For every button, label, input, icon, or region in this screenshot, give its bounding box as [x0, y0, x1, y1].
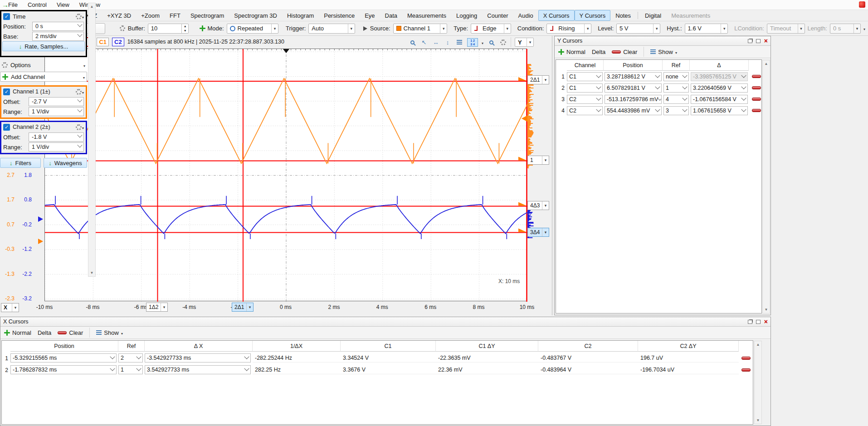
- cursor-position-select[interactable]: -513.167259786 mV: [605, 95, 662, 104]
- cursor-ref-select[interactable]: 4: [663, 95, 689, 104]
- tab-spectrogram[interactable]: Spectrogram: [185, 10, 229, 21]
- channel2-range-select[interactable]: 1 V/div: [29, 142, 84, 152]
- rate-samples-button[interactable]: Rate, Samples...: [2, 41, 85, 51]
- tab-persistence[interactable]: Persistence: [319, 10, 360, 21]
- length-select[interactable]: 0 s: [830, 24, 861, 34]
- clear-cursors-button[interactable]: Clear: [58, 329, 83, 336]
- remove-cursor-button[interactable]: [741, 368, 751, 372]
- tab-digital[interactable]: Digital: [640, 10, 666, 21]
- tab-eye[interactable]: Eye: [360, 10, 380, 21]
- c1-ground-marker-icon[interactable]: [38, 239, 43, 244]
- x-cursors-panel-header[interactable]: X Cursors ×: [0, 317, 770, 327]
- cursor-channel-select[interactable]: C2: [567, 106, 603, 115]
- channel1-toggle[interactable]: C1: [97, 38, 109, 46]
- collapse-right-icon[interactable]: →: [2, 1, 9, 9]
- tab-measurements[interactable]: Measurements: [402, 10, 451, 21]
- source-select[interactable]: Channel 1: [393, 24, 448, 34]
- pointer-mode-icon[interactable]: ↖: [420, 38, 428, 46]
- close-icon[interactable]: ×: [764, 39, 768, 43]
- cursor-dx-select[interactable]: 3.542927733 ms: [145, 365, 251, 374]
- spinner-arrows-icon[interactable]: ▲▼: [181, 24, 188, 33]
- menu-control[interactable]: Control: [23, 0, 51, 9]
- add-mode-icon[interactable]: [200, 25, 205, 31]
- tab-counter[interactable]: Counter: [482, 10, 513, 21]
- channel2-checkbox[interactable]: [3, 124, 10, 131]
- waveform-plot[interactable]: X: 10 ms: [44, 49, 527, 301]
- toolbar-overflow-icon[interactable]: [863, 25, 865, 32]
- filters-button[interactable]: Filters: [0, 158, 41, 168]
- cursor-position-select[interactable]: 3.287188612 V: [605, 72, 662, 81]
- tab-data[interactable]: Data: [380, 10, 402, 21]
- scope-plot-svg[interactable]: X: 10 ms: [45, 49, 527, 302]
- cursor-ref-select[interactable]: 1: [118, 365, 143, 374]
- y-cursor-tag-2[interactable]: 2Δ1: [527, 75, 549, 84]
- remove-cursor-button[interactable]: [752, 98, 761, 101]
- time-checkbox[interactable]: [3, 13, 10, 20]
- restore-icon[interactable]: [748, 320, 752, 324]
- time-position-select[interactable]: 0 s: [32, 22, 84, 31]
- remove-cursor-button[interactable]: [752, 75, 761, 78]
- quad-view-icon[interactable]: [467, 38, 478, 47]
- y-axis-button[interactable]: Y: [515, 38, 534, 47]
- cursor-channel-select[interactable]: C1: [567, 83, 603, 93]
- cursor-ref-select[interactable]: 3: [663, 106, 689, 115]
- settings-scrollbar[interactable]: ▲▼: [88, 3, 96, 277]
- clear-cursors-button[interactable]: Clear: [612, 49, 637, 55]
- y-cursors-panel-header[interactable]: Y Cursors ×: [555, 36, 770, 46]
- cursor-dx-select[interactable]: -3.542927733 ms: [145, 353, 251, 362]
- tab-x-cursors[interactable]: X Cursors: [538, 10, 575, 21]
- cursor-position-select[interactable]: 554.4483986 mV: [605, 106, 662, 115]
- measure-list-icon[interactable]: [455, 38, 463, 46]
- channel1-offset-select[interactable]: -2.7 V: [29, 97, 84, 106]
- y-table-scrollbar[interactable]: ▲▼: [762, 60, 770, 313]
- channel2-offset-select[interactable]: -1.8 V: [29, 132, 84, 142]
- tab--xyz-3d[interactable]: +XYZ 3D: [102, 10, 136, 21]
- menu-view[interactable]: View: [52, 0, 74, 9]
- view-dropdown-icon[interactable]: [482, 39, 483, 46]
- trigger-flag-icon[interactable]: [363, 26, 367, 31]
- hysteresis-select[interactable]: 1.6 V: [685, 24, 728, 34]
- y-cursor-tag-3[interactable]: 3Δ4: [527, 228, 549, 237]
- add-delta-cursor-button[interactable]: Delta: [592, 49, 605, 55]
- tab-histogram[interactable]: Histogram: [282, 10, 319, 21]
- channel1-gear-icon[interactable]: [76, 88, 84, 95]
- channel1-range-select[interactable]: 1 V/div: [29, 107, 84, 116]
- cursor-delta-select[interactable]: -1.0676156584 V: [691, 95, 748, 104]
- cursor-delta-select[interactable]: 3.220640569 V: [691, 83, 748, 93]
- channel1-checkbox[interactable]: [3, 88, 10, 95]
- buffer-spinner[interactable]: 10 ▲▼: [148, 24, 189, 34]
- cursor-delta-select[interactable]: 1.067615658 V: [691, 106, 748, 115]
- tab--zoom[interactable]: +Zoom: [136, 10, 165, 21]
- tab-fft[interactable]: FFT: [165, 10, 185, 21]
- condition-select[interactable]: Rising: [546, 24, 591, 34]
- fit-width-icon[interactable]: ↔: [432, 38, 440, 46]
- time-gear-icon[interactable]: [76, 13, 84, 20]
- channel2-gear-icon[interactable]: [76, 124, 84, 131]
- c2-ground-marker-icon[interactable]: [38, 216, 43, 222]
- buffer-gear-icon[interactable]: [120, 25, 125, 31]
- trigger-select[interactable]: Auto: [308, 24, 355, 34]
- cursor-position-select[interactable]: 6.507829181 V: [605, 83, 662, 93]
- fit-height-icon[interactable]: ↕: [444, 38, 452, 46]
- add-delta-cursor-button[interactable]: Delta: [38, 329, 51, 336]
- options-button[interactable]: Options: [0, 60, 87, 70]
- x-axis-button[interactable]: X: [1, 303, 19, 312]
- y-cursor-tag-4[interactable]: 4Δ3: [527, 201, 549, 210]
- remove-cursor-button[interactable]: [752, 109, 761, 112]
- remove-cursor-button[interactable]: [752, 86, 761, 89]
- show-menu-button[interactable]: Show: [650, 49, 677, 55]
- add-channel-button[interactable]: Add Channel: [0, 72, 87, 82]
- search-zoom-icon[interactable]: [487, 38, 495, 46]
- time-base-select[interactable]: 2 ms/div: [32, 32, 84, 41]
- close-icon[interactable]: ×: [764, 319, 768, 324]
- add-normal-cursor-button[interactable]: Normal: [558, 49, 585, 55]
- tab-y-cursors[interactable]: Y Cursors: [575, 10, 611, 21]
- tab-audio[interactable]: Audio: [513, 10, 538, 21]
- maximize-icon[interactable]: [756, 320, 761, 324]
- tab-spectrogram-3d[interactable]: Spectrogram 3D: [229, 10, 282, 21]
- cursor-position-select[interactable]: -5.329215565 ms: [10, 353, 117, 362]
- plot-gear-icon[interactable]: [499, 38, 507, 46]
- mode-select[interactable]: Repeated: [227, 24, 278, 34]
- show-menu-button[interactable]: Show: [96, 329, 123, 336]
- cursor-channel-select[interactable]: C1: [567, 72, 603, 81]
